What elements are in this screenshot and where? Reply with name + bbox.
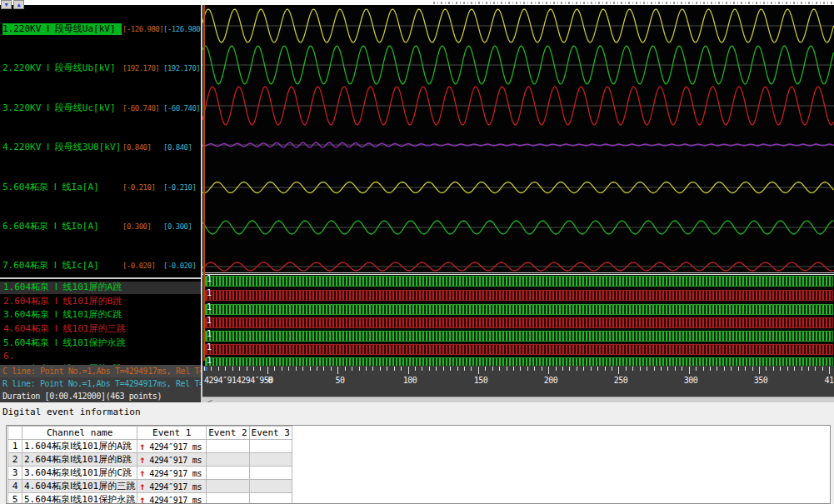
digital-channel-row[interactable]: 6. <box>0 351 201 363</box>
analog-channel-label: 7.604柘泉 Ⅰ 线Ic[A] <box>2 260 122 272</box>
digital-trace-bar[interactable]: 1 <box>205 290 833 301</box>
time-axis-tick <box>415 367 416 371</box>
r-cursor-value: [-0.020] <box>163 261 196 272</box>
digital-channel-row[interactable]: 3.604柘泉 Ⅰ 线101屏的C跳 <box>0 309 201 322</box>
digital-trace-bar[interactable]: 1 <box>205 304 833 315</box>
r-cursor-status: R line: Point No.=1,Abs T=4294917ms, Rel… <box>0 377 201 390</box>
analog-waveform-plot[interactable] <box>202 5 834 272</box>
time-axis-tick <box>569 367 570 371</box>
event1-cell: ↑4294″917 ms <box>137 440 207 453</box>
time-axis-tick <box>724 367 725 371</box>
time-axis-tick <box>359 367 360 371</box>
time-axis-tick <box>815 367 816 371</box>
toolbar-button-1[interactable]: ▼ <box>1 0 12 9</box>
event-table-row[interactable]: 44.604柘泉Ⅰ线101屏的三跳↑4294″917 ms <box>8 480 292 493</box>
time-axis-tick <box>366 367 367 371</box>
rising-edge-arrow-icon: ↑ <box>139 481 149 492</box>
event-table-row[interactable]: 33.604柘泉Ⅰ线101屏的C跳↑4294″917 ms <box>8 467 292 480</box>
analog-channel-row[interactable]: 6.604柘泉 Ⅰ 线Ib[A][0.300][0.300] <box>0 221 201 232</box>
digital-channel-row[interactable]: 1.604柘泉 Ⅰ 线101屏的A跳 <box>0 282 201 294</box>
r-cursor-value: [192.170] <box>163 63 200 74</box>
time-axis-tick <box>583 367 584 371</box>
digital-trace-bar[interactable]: 1 <box>205 357 833 367</box>
clipped-titlebar <box>0 0 834 5</box>
digital-trace-bar[interactable]: 1 <box>205 276 833 287</box>
event-row-number: 1 <box>8 440 22 453</box>
c-cursor-value: [-0.210] <box>122 182 155 193</box>
time-axis-tick <box>429 367 430 371</box>
digital-event-table: Channel nameEvent 1Event 2Event 311.604柘… <box>7 426 292 504</box>
c-cursor-line[interactable] <box>203 5 205 361</box>
time-axis-tick <box>464 367 465 371</box>
time-axis-label: 100 <box>403 376 417 385</box>
analog-channel-label: 6.604柘泉 Ⅰ 线Ib[A] <box>2 221 122 232</box>
time-axis-tick <box>492 367 493 371</box>
time-axis-tick <box>337 367 338 374</box>
event3-cell <box>249 440 292 453</box>
event-info-title: Digital event information <box>2 407 141 417</box>
digital-channel-row[interactable]: 2.604柘泉 Ⅰ 线101屏的B跳 <box>0 296 201 308</box>
event3-cell <box>249 467 292 480</box>
analog-channel-list: 1.220KV Ⅰ 段母线Ua[kV][-126.980][-126.980]2… <box>0 5 201 272</box>
event2-cell <box>207 480 249 493</box>
r-cursor-value: [0.300] <box>163 222 192 232</box>
time-axis-tick <box>591 367 592 371</box>
time-axis: 4294″914294″95005010015020025030035041 <box>202 366 834 397</box>
event2-cell <box>207 440 249 453</box>
toolbar-button-2[interactable]: ▲ <box>13 0 24 9</box>
digital-trace-bar[interactable]: 1 <box>205 331 833 342</box>
time-axis-tick <box>696 367 697 371</box>
analog-channel-row[interactable]: 7.604柘泉 Ⅰ 线Ic[A][-0.020][-0.020] <box>0 260 201 272</box>
analog-channel-row[interactable]: 3.220KV Ⅰ 段母线Uc[kV][-60.740][-60.740] <box>0 102 201 114</box>
time-axis-tick <box>612 367 612 371</box>
time-axis-tick <box>773 367 774 371</box>
event-table-row[interactable]: 55.604柘泉Ⅰ线101保护永跳↑4294″917 ms <box>8 493 292 504</box>
event-table-column-header: Channel name <box>22 427 137 440</box>
digital-trace-area[interactable]: 1111111 <box>202 272 834 366</box>
event-table-row[interactable]: 22.604柘泉Ⅰ线101屏的B跳↑4294″917 ms <box>8 453 292 467</box>
time-axis-tick <box>675 367 676 371</box>
event1-cell: ↑4294″917 ms <box>137 493 207 504</box>
event-table-row[interactable]: 11.604柘泉Ⅰ线101屏的A跳↑4294″917 ms <box>8 440 292 453</box>
blue-arrow-up-icon: ▲ <box>17 2 20 8</box>
time-axis-tick <box>408 367 409 374</box>
time-axis-tick <box>218 367 219 371</box>
time-axis-tick <box>605 367 606 371</box>
event1-cell: ↑4294″917 ms <box>137 467 207 480</box>
digital-channel-row[interactable]: 4.604柘泉 Ⅰ 线101屏的三跳 <box>0 323 201 336</box>
time-axis-tick <box>647 367 647 371</box>
time-axis-tick <box>808 367 809 371</box>
time-axis-abs-label: 4294″914294″950 <box>204 376 273 385</box>
time-axis-tick <box>310 367 311 371</box>
time-axis-tick <box>317 367 317 371</box>
time-axis-tick <box>556 367 557 371</box>
time-axis-tick <box>323 367 324 371</box>
time-axis-tick <box>394 367 395 371</box>
time-axis-label: 0 <box>267 376 272 385</box>
waveform-panel: 1111111 4294″914294″95005010015020025030… <box>202 5 834 402</box>
time-axis-tick <box>597 367 598 371</box>
time-axis-label: 50 <box>335 376 344 385</box>
analog-channel-row[interactable]: 2.220KV Ⅰ 段母线Ub[kV][192.170][192.170] <box>0 62 201 74</box>
event-row-number: 3 <box>8 467 22 480</box>
digital-trace-bar[interactable]: 1 <box>205 317 833 328</box>
blue-arrow-down-icon: ▼ <box>4 2 7 8</box>
time-axis-tick <box>331 367 332 371</box>
digital-channel-row[interactable]: 5.604柘泉 Ⅰ 线101保护永跳 <box>0 337 201 350</box>
analog-channel-row[interactable]: 5.604柘泉 Ⅰ 线Ia[A][-0.210][-0.210] <box>0 182 201 193</box>
time-axis-tick <box>640 367 641 371</box>
c-cursor-value: [192.170] <box>122 63 159 74</box>
time-axis-tick <box>260 367 261 371</box>
time-axis-tick <box>752 367 753 371</box>
time-axis-tick <box>618 367 619 374</box>
time-axis-tick <box>766 367 767 371</box>
analog-channel-row[interactable]: 1.220KV Ⅰ 段母线Ua[kV][-126.980][-126.980] <box>0 23 201 35</box>
r-cursor-value: [-126.980] <box>163 24 201 35</box>
analog-channel-row[interactable]: 4.220KV Ⅰ 段母线3U0[kV][0.840][0.840] <box>0 142 201 153</box>
time-axis-label: 200 <box>544 376 558 385</box>
time-axis-tick <box>527 367 528 371</box>
time-axis-tick <box>689 367 690 374</box>
time-axis-tick <box>829 367 830 374</box>
event-table-column-header: Event 3 <box>249 427 292 440</box>
digital-trace-bar[interactable]: 1 <box>205 344 833 355</box>
